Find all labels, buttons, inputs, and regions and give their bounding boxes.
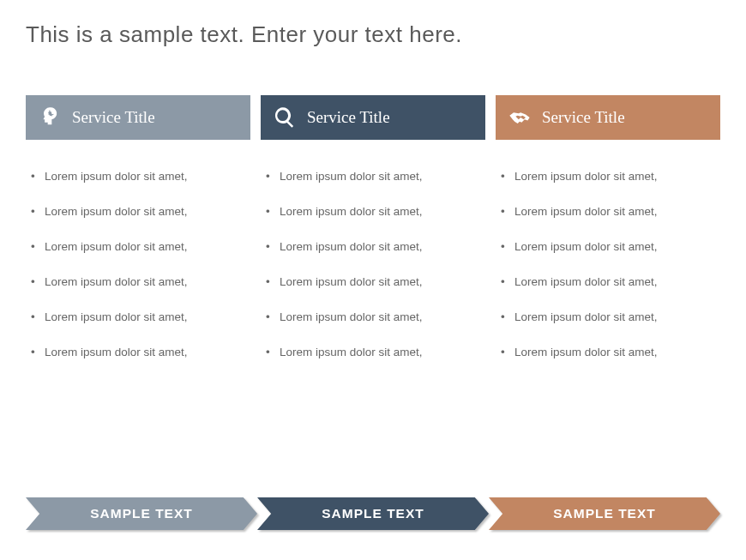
arrow-3-label: SAMPLE TEXT — [553, 506, 656, 521]
list-item: Lorem ipsum dolor sit amet, — [29, 299, 247, 334]
arrow-2: SAMPLE TEXT — [257, 497, 489, 530]
service-column-1: Service Title Lorem ipsum dolor sit amet… — [26, 95, 250, 370]
list-item: Lorem ipsum dolor sit amet, — [264, 194, 482, 229]
service-column-2: Service Title Lorem ipsum dolor sit amet… — [261, 95, 485, 370]
handshake-icon — [508, 105, 532, 129]
list-item: Lorem ipsum dolor sit amet, — [29, 229, 247, 264]
list-item: Lorem ipsum dolor sit amet, — [29, 159, 247, 194]
list-item: Lorem ipsum dolor sit amet, — [499, 334, 717, 370]
page-title: This is a sample text. Enter your text h… — [26, 21, 720, 48]
list-item: Lorem ipsum dolor sit amet, — [499, 159, 717, 194]
arrow-1: SAMPLE TEXT — [26, 497, 257, 530]
list-item: Lorem ipsum dolor sit amet, — [264, 264, 482, 299]
list-item: Lorem ipsum dolor sit amet, — [499, 299, 717, 334]
service-column-3: Service Title Lorem ipsum dolor sit amet… — [496, 95, 720, 370]
arrow-3: SAMPLE TEXT — [489, 497, 720, 530]
arrow-2-label: SAMPLE TEXT — [322, 506, 424, 521]
list-item: Lorem ipsum dolor sit amet, — [264, 159, 482, 194]
list-item: Lorem ipsum dolor sit amet, — [29, 334, 247, 370]
service-header-2: Service Title — [261, 95, 485, 140]
service-bullets-2: Lorem ipsum dolor sit amet, Lorem ipsum … — [261, 140, 485, 370]
service-columns: Service Title Lorem ipsum dolor sit amet… — [26, 95, 720, 370]
arrow-row: SAMPLE TEXT SAMPLE TEXT SAMPLE TEXT — [26, 497, 720, 530]
service-bullets-3: Lorem ipsum dolor sit amet, Lorem ipsum … — [496, 140, 720, 370]
service-header-3: Service Title — [496, 95, 720, 140]
list-item: Lorem ipsum dolor sit amet, — [264, 334, 482, 370]
list-item: Lorem ipsum dolor sit amet, — [29, 194, 247, 229]
service-header-3-label: Service Title — [542, 108, 625, 127]
arrow-1-label: SAMPLE TEXT — [90, 506, 193, 521]
list-item: Lorem ipsum dolor sit amet, — [264, 229, 482, 264]
list-item: Lorem ipsum dolor sit amet, — [264, 299, 482, 334]
head-gear-icon — [38, 105, 62, 129]
list-item: Lorem ipsum dolor sit amet, — [499, 229, 717, 264]
service-header-1-label: Service Title — [72, 108, 155, 127]
list-item: Lorem ipsum dolor sit amet, — [499, 194, 717, 229]
list-item: Lorem ipsum dolor sit amet, — [499, 264, 717, 299]
service-header-2-label: Service Title — [307, 108, 390, 127]
list-item: Lorem ipsum dolor sit amet, — [29, 264, 247, 299]
service-header-1: Service Title — [26, 95, 250, 140]
service-bullets-1: Lorem ipsum dolor sit amet, Lorem ipsum … — [26, 140, 250, 370]
search-icon — [273, 105, 297, 129]
